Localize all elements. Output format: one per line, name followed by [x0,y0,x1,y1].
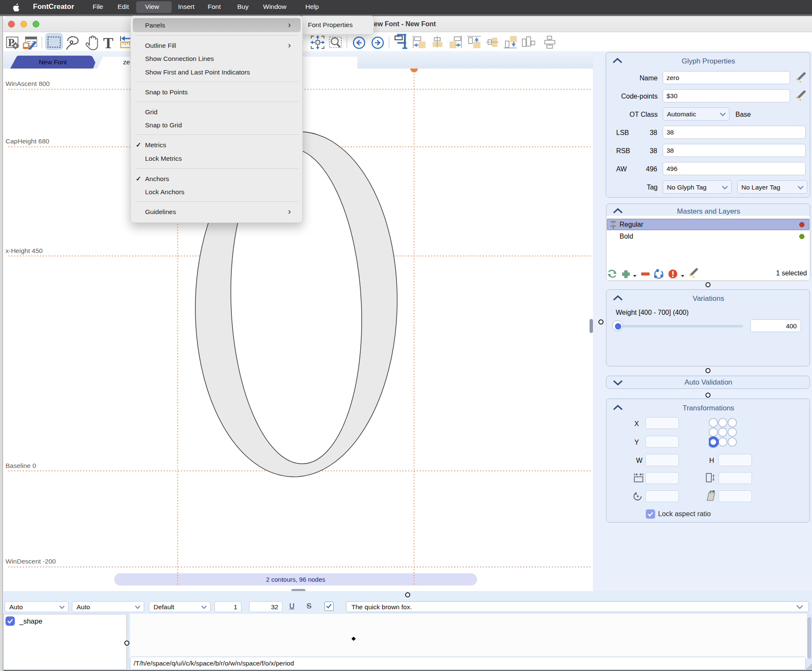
svg-text:CapHeight 680: CapHeight 680 [5,138,49,145]
svg-text:Baseline 0: Baseline 0 [5,462,36,469]
svg-text:2 contours, 96 nodes: 2 contours, 96 nodes [266,576,325,583]
svg-text:New Font: New Font [39,58,67,66]
svg-text:WinAscent 800: WinAscent 800 [5,80,50,87]
svg-text:T: T [103,35,113,52]
svg-text:x-Height 450: x-Height 450 [5,247,43,254]
svg-text:WinDescent -200: WinDescent -200 [5,558,56,565]
svg-text:ze: ze [123,58,130,66]
